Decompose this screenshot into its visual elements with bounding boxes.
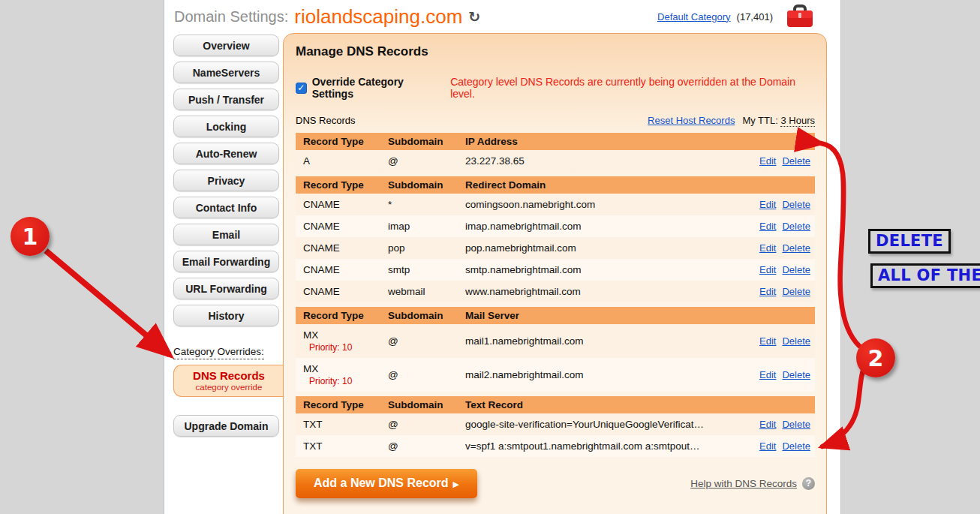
record-value-cell: comingsoon.namebright.com [465, 199, 738, 210]
all-of-these-annotation-box: ALL OF THESE [870, 263, 980, 288]
sidebar-item-push-transfer[interactable]: Push / Transfer [173, 89, 279, 110]
sidebar-item-auto-renew[interactable]: Auto-Renew [173, 143, 279, 164]
record-value-cell: 23.227.38.65 [465, 155, 738, 167]
delete-link[interactable]: Delete [782, 242, 810, 254]
table-row: A@23.227.38.65EditDelete [296, 150, 815, 172]
default-category-count: (17,401) [737, 11, 773, 23]
sidebar-item-url-forwarding[interactable]: URL Forwarding [173, 278, 279, 299]
table-section-header: Record TypeSubdomainMail Server [296, 307, 815, 324]
mx-priority-label: Priority: 10 [303, 374, 388, 386]
sidebar-item-upgrade-domain[interactable]: Upgrade Domain [173, 415, 279, 437]
bottom-bar: Add a New DNS Record▶ Help with DNS Reco… [296, 469, 815, 498]
sidebar-item-email[interactable]: Email [173, 224, 279, 245]
ttl-value[interactable]: 3 Hours [780, 115, 815, 127]
table-row: CNAMEpoppop.namebrightmail.comEditDelete [296, 237, 815, 259]
column-header: Subdomain [388, 399, 465, 410]
delete-link[interactable]: Delete [782, 155, 810, 167]
table-row: CNAMEimapimap.namebrightmail.comEditDele… [296, 215, 815, 237]
record-value-cell: smtp.namebrightmail.com [465, 264, 738, 275]
step2-badge: 2 [856, 338, 895, 377]
subdomain-cell: @ [388, 440, 465, 452]
edit-link[interactable]: Edit [759, 440, 776, 452]
step1-arrow [46, 251, 170, 355]
category-overrides-label: Category Overrides: [173, 346, 264, 359]
column-header: Record Type [303, 310, 388, 321]
column-header: Mail Server [465, 310, 810, 321]
row-actions: EditDelete [738, 199, 810, 210]
sidebar-item-email-forwarding[interactable]: Email Forwarding [173, 251, 279, 272]
domain-name: riolandscaping.com [294, 5, 462, 29]
help-dns-records-link[interactable]: Help with DNS Records [690, 478, 797, 489]
row-actions: EditDelete [738, 369, 810, 380]
delete-link[interactable]: Delete [782, 199, 810, 210]
column-header: Record Type [303, 136, 388, 147]
sidebar-item-history[interactable]: History [173, 305, 279, 326]
record-type-cell: CNAME [303, 199, 388, 210]
delete-link[interactable]: Delete [782, 419, 810, 430]
row-actions: EditDelete [738, 242, 810, 254]
record-type-cell: TXT [303, 419, 388, 430]
record-type-cell: CNAME [303, 286, 388, 297]
column-header: Subdomain [388, 310, 465, 321]
subdomain-cell: imap [388, 221, 465, 232]
row-actions: EditDelete [738, 286, 810, 297]
table-section-header: Record TypeSubdomainText Record [296, 396, 815, 413]
delete-link[interactable]: Delete [782, 335, 810, 347]
subdomain-cell: @ [388, 335, 465, 347]
reset-host-records-link[interactable]: Reset Host Records [648, 115, 735, 126]
toolbox-icon[interactable] [786, 5, 813, 29]
row-actions: EditDelete [738, 221, 810, 232]
page-header: Domain Settings: riolandscaping.com ↻ De… [164, 0, 840, 33]
edit-link[interactable]: Edit [759, 286, 776, 297]
sidebar-nav: OverviewNameServersPush / TransferLockin… [173, 35, 279, 332]
manage-dns-panel: Manage DNS Records ✓ Override Category S… [283, 33, 827, 514]
column-header: Record Type [303, 399, 388, 410]
table-row: CNAME*comingsoon.namebright.comEditDelet… [296, 194, 815, 215]
dns-records-table: Record TypeSubdomainIP AddressA@23.227.3… [296, 133, 815, 457]
subdomain-cell: @ [388, 155, 465, 167]
column-header: Redirect Domain [465, 179, 810, 191]
table-row: CNAMEsmtpsmtp.namebrightmail.comEditDele… [296, 259, 815, 281]
subdomain-cell: smtp [388, 264, 465, 275]
default-category-link[interactable]: Default Category [657, 11, 731, 23]
page-title-label: Domain Settings: [174, 8, 288, 26]
edit-link[interactable]: Edit [759, 419, 776, 430]
sidebar-item-dns-records[interactable]: DNS Records category override [173, 365, 284, 397]
column-header: Subdomain [388, 179, 465, 191]
dns-records-sublabel: category override [174, 383, 284, 392]
column-header: IP Address [465, 136, 810, 147]
edit-link[interactable]: Edit [759, 335, 776, 347]
column-header: Text Record [465, 399, 810, 410]
subdomain-cell: pop [388, 242, 465, 254]
refresh-icon[interactable]: ↻ [468, 8, 480, 25]
delete-link[interactable]: Delete [782, 221, 810, 232]
delete-link[interactable]: Delete [782, 440, 810, 452]
subdomain-cell: * [388, 199, 465, 210]
sidebar-item-overview[interactable]: Overview [173, 35, 279, 56]
override-warning-text: Category level DNS Records are currently… [450, 76, 815, 100]
edit-link[interactable]: Edit [759, 242, 776, 254]
record-type-cell: CNAME [303, 221, 388, 232]
add-dns-record-button[interactable]: Add a New DNS Record▶ [296, 469, 477, 498]
edit-link[interactable]: Edit [759, 264, 776, 275]
sidebar-item-locking[interactable]: Locking [173, 116, 279, 137]
help-question-icon[interactable]: ? [802, 477, 815, 490]
edit-link[interactable]: Edit [759, 199, 776, 210]
delete-link[interactable]: Delete [782, 264, 810, 275]
sidebar-item-contact-info[interactable]: Contact Info [173, 197, 279, 218]
subdomain-cell: @ [388, 369, 465, 380]
edit-link[interactable]: Edit [759, 221, 776, 232]
override-checkbox[interactable]: ✓ [296, 83, 307, 94]
record-value-cell: www.namebrightmail.com [465, 286, 738, 297]
delete-link[interactable]: Delete [782, 286, 810, 297]
edit-link[interactable]: Edit [759, 155, 776, 167]
sidebar-item-nameservers[interactable]: NameServers [173, 62, 279, 83]
domain-settings-page: Domain Settings: riolandscaping.com ↻ De… [164, 0, 840, 514]
delete-link[interactable]: Delete [782, 369, 810, 380]
row-actions: EditDelete [738, 335, 810, 347]
record-type-cell: A [303, 155, 388, 167]
record-value-cell: pop.namebrightmail.com [465, 242, 738, 254]
sidebar-item-privacy[interactable]: Privacy [173, 170, 279, 191]
edit-link[interactable]: Edit [759, 369, 776, 380]
dns-records-label: DNS Records [174, 369, 284, 382]
